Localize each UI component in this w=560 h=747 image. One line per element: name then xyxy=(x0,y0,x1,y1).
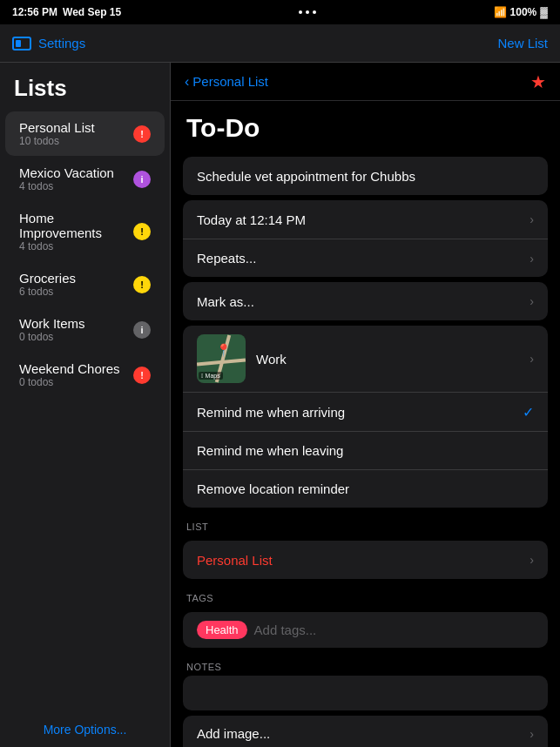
mark-as-card: Mark as... › xyxy=(183,282,548,320)
sidebar-item-groceries[interactable]: Groceries 6 todos ! xyxy=(5,262,165,306)
sidebar: Lists Personal List 10 todos ! Mexico Va… xyxy=(0,63,171,747)
map-pin-icon: 📍 xyxy=(216,343,231,357)
status-bar: 12:56 PM Wed Sep 15 📶 100% ▓ xyxy=(0,0,560,24)
nav-left: Settings xyxy=(12,36,85,50)
tags-row[interactable]: Health Add tags... xyxy=(183,612,548,648)
tags-section-label: TAGS xyxy=(171,584,560,607)
badge-personal-list: ! xyxy=(133,125,151,143)
badge-groceries: ! xyxy=(133,276,151,293)
badge-weekend-chores: ! xyxy=(133,367,151,384)
new-list-button[interactable]: New List xyxy=(497,36,548,50)
task-name-row[interactable]: Schedule vet appointment for Chubbs xyxy=(183,157,548,195)
location-card: 📍  Maps Work › Remind me when arriving … xyxy=(183,326,548,508)
page-title: To-Do xyxy=(171,101,560,151)
main-layout: Lists Personal List 10 todos ! Mexico Va… xyxy=(0,63,560,747)
repeats-row[interactable]: Repeats... › xyxy=(183,239,548,277)
status-time: 12:56 PM Wed Sep 15 xyxy=(12,6,121,18)
chevron-left-icon: ‹ xyxy=(185,74,189,90)
remind-arriving-row[interactable]: Remind me when arriving ✓ xyxy=(183,393,548,431)
nav-bar: Settings New List xyxy=(0,24,560,63)
settings-button[interactable]: Settings xyxy=(38,36,85,50)
badge-mexico-vacation: i xyxy=(133,171,151,188)
map-preview-row[interactable]: 📍  Maps Work › xyxy=(183,326,548,393)
location-chevron-icon: › xyxy=(530,352,534,366)
back-button[interactable]: ‹ Personal List xyxy=(185,74,268,90)
date-row[interactable]: Today at 12:14 PM › xyxy=(183,200,548,239)
nav-right: New List xyxy=(497,36,548,50)
checkmark-icon: ✓ xyxy=(523,404,534,421)
sidebar-item-mexico-vacation[interactable]: Mexico Vacation 4 todos i xyxy=(5,157,165,201)
chevron-right-icon: › xyxy=(530,212,534,226)
add-tags-text[interactable]: Add tags... xyxy=(254,622,317,637)
badge-work-items: i xyxy=(133,321,151,339)
remove-location-text: Remove location reminder xyxy=(197,481,349,496)
task-name-text: Schedule vet appointment for Chubbs xyxy=(197,169,415,184)
mark-as-text: Mark as... xyxy=(197,294,254,309)
chevron-right-icon-2: › xyxy=(530,252,534,266)
list-card: Personal List › xyxy=(183,541,548,579)
remind-leaving-row[interactable]: Remind me when leaving xyxy=(183,431,548,469)
remove-location-row[interactable]: Remove location reminder xyxy=(183,469,548,508)
status-dots xyxy=(299,10,316,14)
chevron-right-icon-3: › xyxy=(530,294,534,308)
dot-2 xyxy=(306,10,309,14)
remind-leaving-text: Remind me when leaving xyxy=(197,443,343,458)
tag-chip[interactable]: Health xyxy=(197,621,247,639)
remind-arriving-text: Remind me when arriving xyxy=(197,405,345,420)
sidebar-item-weekend-chores[interactable]: Weekend Chores 0 todos ! xyxy=(5,353,165,397)
task-name-card: Schedule vet appointment for Chubbs xyxy=(183,157,548,195)
badge-home-improvements: ! xyxy=(133,223,151,240)
sidebar-item-home-improvements[interactable]: Home Improvements 4 todos ! xyxy=(5,202,165,261)
list-value-text: Personal List xyxy=(197,553,273,568)
detail-nav: ‹ Personal List ★ xyxy=(171,63,560,101)
mark-as-row[interactable]: Mark as... › xyxy=(183,282,548,320)
sidebar-title: Lists xyxy=(0,63,170,111)
sidebar-list: Personal List 10 todos ! Mexico Vacation… xyxy=(0,111,170,712)
repeats-text: Repeats... xyxy=(197,251,256,266)
add-image-chevron-icon: › xyxy=(530,727,534,741)
date-repeats-card: Today at 12:14 PM › Repeats... › xyxy=(183,200,548,277)
more-options-button[interactable]: More Options... xyxy=(0,712,170,747)
map-thumbnail: 📍  Maps xyxy=(197,334,246,383)
dot-1 xyxy=(299,10,302,14)
list-chevron-icon: › xyxy=(530,553,534,567)
list-section-label: LIST xyxy=(171,513,560,535)
detail-content: To-Do Schedule vet appointment for Chubb… xyxy=(171,101,560,747)
detail-panel: ‹ Personal List ★ To-Do Schedule vet app… xyxy=(171,63,560,747)
sidebar-toggle-icon[interactable] xyxy=(12,37,31,50)
sidebar-item-personal-list[interactable]: Personal List 10 todos ! xyxy=(5,111,165,156)
star-icon[interactable]: ★ xyxy=(530,71,546,92)
sidebar-icon-inner xyxy=(16,40,21,47)
add-image-text: Add image... xyxy=(197,726,270,741)
date-time-text: Today at 12:14 PM xyxy=(197,212,306,227)
dot-3 xyxy=(313,10,316,14)
wifi-icon: 📶 xyxy=(494,6,507,18)
location-name-text: Work xyxy=(256,352,287,367)
tags-card: Health Add tags... xyxy=(183,612,548,648)
list-row[interactable]: Personal List › xyxy=(183,541,548,579)
sidebar-item-work-items[interactable]: Work Items 0 todos i xyxy=(5,307,165,352)
status-indicators: 📶 100% ▓ xyxy=(494,6,548,18)
notes-area[interactable] xyxy=(183,676,548,710)
add-image-row[interactable]: Add image... › xyxy=(183,716,548,747)
add-image-card: Add image... › xyxy=(183,716,548,747)
battery-icon: ▓ xyxy=(540,6,548,18)
notes-section-label: NOTES xyxy=(171,653,560,676)
